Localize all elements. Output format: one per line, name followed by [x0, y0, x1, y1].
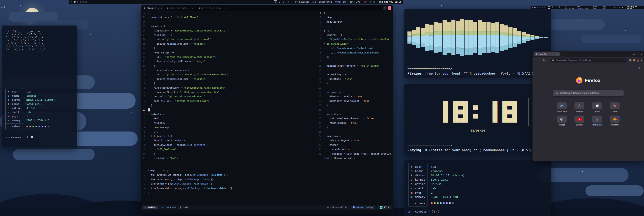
shortcut-amazon[interactable]: aamazon — [572, 102, 586, 113]
tag-3[interactable] — [80, 1, 81, 3]
personalize-gear-icon[interactable]: ⚙ — [638, 66, 640, 69]
reload-button[interactable]: ↻ — [543, 59, 545, 62]
palette-color — [452, 202, 454, 204]
tray: ♬☀⇅● — [614, 7, 623, 9]
shortcut-card[interactable] — [592, 102, 602, 109]
brightness-icon[interactable]: ☀ — [617, 7, 618, 9]
code-line: 7 inputs.nixpkgs.follows = "nixpkgs"; — [141, 77, 316, 81]
music-visualizer-terminal[interactable]: ======================> Playing: ffee fo… — [404, 9, 551, 79]
shortcut-cloudflare[interactable]: cloudflare — [608, 116, 622, 126]
shortcut-card[interactable]: a — [574, 102, 584, 109]
buffer-menu-button[interactable]: ≡ — [383, 6, 386, 10]
tag-2[interactable] — [537, 7, 538, 8]
window-icon[interactable]: ⊞ — [4, 6, 5, 9]
shortcut-card[interactable] — [592, 116, 602, 123]
palette-color — [437, 202, 439, 204]
tag-4[interactable] — [82, 1, 84, 3]
workspace-3[interactable]: 3 — [555, 7, 557, 9]
window-minimize-button[interactable]: – — [634, 53, 635, 55]
editor-tab-pkgs/default...[interactable]: ❄pkgs/default...× — [164, 6, 196, 11]
workspace-4[interactable]: 4 — [287, 1, 290, 3]
shortcut-chatgpt[interactable]: chatgpt — [555, 116, 569, 126]
shortcut-github[interactable]: github — [590, 102, 604, 113]
pkgs-default-buffer[interactable]: 1{pkgs, ...}: {1 tux-awesome-wm-config =… — [141, 168, 316, 205]
shortcut-search.nixos[interactable]: search.nixos — [555, 102, 569, 113]
tag-3[interactable] — [539, 7, 540, 8]
neovim-window[interactable]: ❄flake.nix×❄pkgs/default...×❄hosts/isoIm… — [141, 5, 393, 213]
workspace-2[interactable]: 2 — [552, 7, 554, 9]
tag-5[interactable] — [85, 1, 87, 3]
workspace-2[interactable]: 2 — [278, 1, 281, 3]
shortcut-card[interactable] — [574, 116, 584, 123]
workspace-3[interactable]: 3 — [282, 1, 286, 3]
files-icon[interactable]: ▤ — [1, 6, 2, 9]
code-line: 17 nixos-wsl = { — [141, 33, 316, 37]
forward-button[interactable]: → — [538, 59, 541, 62]
prompt-arrow: → — [412, 210, 414, 213]
code-line: 28 ssh.startAgent = true; — [317, 138, 393, 143]
tag-1[interactable] — [74, 1, 76, 3]
volume-icon[interactable]: ♬ — [364, 1, 366, 3]
volume-icon[interactable]: ♬ — [614, 7, 615, 9]
fetch-values: tuxcanopusNixOS 24.11 (Vicuna)6.9.8-zen1… — [26, 90, 55, 122]
power-icon[interactable]: ● — [374, 1, 375, 3]
code-line: 12 — [317, 68, 393, 72]
buffer-close-button[interactable]: × — [388, 6, 391, 10]
code-line: 5 imports = [ — [317, 33, 393, 37]
flake-nix-buffer[interactable]: 22{21 description = "tux's NixOS Flake";… — [141, 11, 316, 168]
tab-close-icon[interactable]: × — [224, 7, 225, 9]
window-close-button[interactable]: × — [640, 53, 642, 55]
shortcut-youtube[interactable]: youtube — [572, 116, 586, 126]
workspace-4[interactable]: 4 — [558, 7, 560, 9]
account-icon[interactable]: ◎ — [637, 59, 639, 62]
fetch-terminal-left[interactable]: / \()__ __=/ \/ / / \ \ \ / /7 /\ \ \ \/… — [2, 26, 77, 147]
bar-clock: Thu Aug 08, 18:18 — [627, 6, 643, 10]
iso-config-buffer[interactable]: 1{1 pkgs,2 modulesPath,3 ...4}: {5 impor… — [317, 11, 393, 205]
code-line: 31 plugins = with pkgs.xfce; [thunar-arc… — [317, 152, 393, 156]
workspace-1[interactable]: 1 — [274, 1, 277, 3]
shell-prompt[interactable]: ⌂ → canopus ~ ))) — [408, 210, 547, 213]
newtab-search-input[interactable]: Search with Google or enter address — [553, 90, 624, 96]
browser-tab[interactable]: New Tab × — [534, 52, 560, 56]
shortcut-card[interactable] — [557, 102, 567, 109]
shortcut-card[interactable] — [610, 116, 620, 123]
shortcut-card[interactable] — [557, 116, 567, 123]
menu-icon[interactable]: ≡ — [532, 7, 533, 9]
brightness-icon[interactable]: ☀ — [368, 1, 369, 3]
home-button[interactable]: ⌂ — [547, 59, 548, 62]
tag-2[interactable] — [77, 1, 78, 3]
workspace-1[interactable]: 1 — [548, 7, 550, 9]
packages-icon: ▦ — [411, 191, 415, 194]
back-button[interactable]: ← — [534, 59, 537, 62]
tab-close-icon[interactable]: × — [160, 7, 162, 9]
network-icon[interactable]: ⇅ — [620, 7, 620, 9]
shortcut-claude[interactable]: claude — [608, 102, 622, 113]
clock-terminal[interactable]: ██ ██████ ██ ██████ ██ ██ ██ ██ ██ ██ ██… — [404, 84, 551, 155]
tag-1[interactable] — [534, 7, 536, 8]
tag-5[interactable] — [544, 7, 545, 8]
fetch-label: kernel — [415, 178, 425, 181]
shortcut-card[interactable] — [610, 102, 620, 109]
firefox-window[interactable]: New Tab × + – □ × ← → ↻ ⌂ Search with Go… — [532, 51, 644, 161]
fetch-value-column: tuxcanopusNixOS 24.11 (Vicuna)6.9.8-zen1… — [428, 164, 465, 205]
network-icon[interactable]: ⇅ — [370, 1, 372, 3]
command-line — [141, 210, 393, 213]
url-bar[interactable]: Search with Google or enter address ☆ — [550, 58, 628, 63]
power-icon[interactable]: ● — [622, 7, 623, 9]
extensions-icon[interactable]: ⊞ — [629, 59, 631, 62]
tab-close-icon[interactable]: × — [192, 7, 194, 9]
fetch-terminal-right[interactable]: ☻user⌂hname❄distro⚙kernel◷uptime»shell▦p… — [404, 160, 551, 216]
tag-4[interactable] — [542, 7, 542, 8]
bookmark-star-icon[interactable]: ☆ — [623, 59, 625, 61]
editor-tab-flake.nix[interactable]: ❄flake.nix× — [141, 6, 164, 11]
shell-prompt[interactable]: ⌂ → canopus ~ ))) — [6, 136, 74, 139]
shortcut-chat.openai[interactable]: chat.openai — [590, 116, 604, 126]
extension-icon[interactable] — [633, 59, 635, 61]
menu-icon[interactable]: ≡ — [70, 1, 72, 3]
fetch-value-memory: 1946 | 15394 MiB — [431, 195, 465, 199]
menu-button[interactable]: ≡ — [641, 59, 642, 62]
new-tab-button[interactable]: + — [561, 53, 563, 56]
tab-close-icon[interactable]: × — [556, 53, 558, 55]
window-maximize-button[interactable]: □ — [637, 53, 638, 55]
editor-tab-hosts/isoImag..[interactable]: ❄hosts/isoImag..× — [196, 6, 228, 11]
